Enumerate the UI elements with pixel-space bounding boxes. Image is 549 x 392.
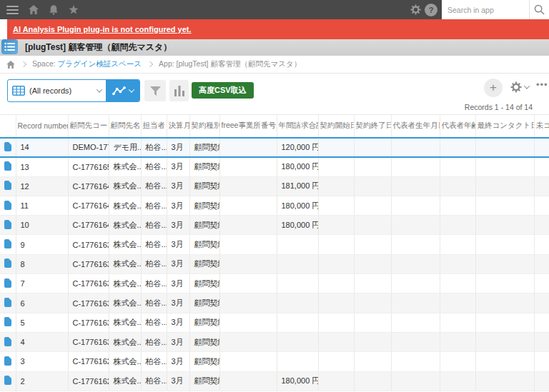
record-detail-icon[interactable] [0, 196, 16, 215]
cell: 株式会... [109, 352, 141, 371]
cell [219, 157, 277, 176]
table-row[interactable]: 8C-17761636...株式会...柏谷...3月顧問契約 [0, 254, 549, 273]
filter-button[interactable] [144, 80, 166, 101]
cell [219, 254, 277, 273]
cell [475, 371, 534, 391]
chart-button[interactable] [169, 80, 189, 101]
cell [354, 216, 391, 235]
cell [318, 332, 354, 351]
cell [318, 274, 354, 293]
record-detail-icon[interactable] [0, 332, 16, 351]
cell [391, 332, 440, 351]
table-row[interactable]: 11C-17761647...株式会...柏谷...3月顧問契約180,000 … [0, 196, 549, 215]
cell: 181,000 円 [277, 176, 318, 196]
record-detail-icon[interactable] [0, 352, 16, 371]
column-header[interactable]: 代表者年齢 [440, 115, 475, 138]
record-detail-icon[interactable] [0, 313, 16, 332]
cell [219, 332, 277, 351]
cell [219, 274, 277, 293]
record-detail-icon[interactable] [0, 157, 16, 176]
cell: 8 [16, 254, 68, 273]
record-detail-icon[interactable] [0, 216, 16, 235]
cell [534, 293, 549, 313]
table-row[interactable]: 12C-17761649...株式会...柏谷...3月顧問契約181,000 … [0, 176, 549, 196]
app-icon[interactable] [1, 39, 18, 54]
cell: C-17761622... [68, 352, 109, 371]
column-header[interactable]: 最終コンタクト日 [475, 115, 534, 138]
cell [277, 274, 318, 293]
table-row[interactable]: 10C-17761642...株式会...柏谷...3月顧問契約180,000 … [0, 216, 549, 235]
record-list-table: Record number顧問先コード顧問先名担当者決算月契約種別freee事業… [0, 114, 549, 392]
cell: C-17761633... [68, 313, 109, 332]
column-header[interactable]: 顧問先コード [68, 115, 109, 138]
record-detail-icon[interactable] [0, 138, 16, 157]
cell: 顧問契約 [189, 176, 219, 196]
cell [318, 235, 354, 254]
cell: 顧問契約 [189, 138, 219, 157]
table-row[interactable]: 2C-17761622...株式会...柏谷...3月顧問契約180,000 円 [0, 371, 549, 391]
record-detail-icon[interactable] [0, 274, 16, 293]
table-row[interactable]: 4C-17761633...株式会...柏谷...3月顧問契約 [0, 332, 549, 351]
record-detail-icon[interactable] [0, 176, 16, 196]
more-options-button[interactable]: ••• [536, 79, 549, 90]
cell [277, 313, 318, 332]
add-record-button[interactable]: + [484, 79, 503, 97]
cell [277, 352, 318, 371]
column-header[interactable]: 担当者 [141, 115, 167, 138]
table-row[interactable]: 5C-17761633...株式会...柏谷...3月顧問契約 [0, 313, 549, 332]
favorites-star-icon[interactable] [64, 0, 83, 19]
column-header[interactable]: 年間請求合計 [277, 115, 318, 138]
cell: C-17761633... [68, 332, 109, 351]
table-row[interactable]: 9C-17761638...株式会...柏谷...3月顧問契約 [0, 235, 549, 254]
plugin-error-link[interactable]: AI Analysis Plugin plug-in is not config… [7, 25, 192, 34]
search-icon[interactable] [529, 0, 549, 19]
app-title: [plugTest] 顧客管理（顧問先マスタ） [25, 41, 172, 54]
column-header[interactable]: 代表者生年月日 [391, 115, 440, 138]
column-header[interactable]: 決算月 [167, 115, 189, 138]
graph-view-button[interactable] [106, 80, 139, 101]
column-header[interactable]: Record number [16, 115, 68, 138]
cell [440, 371, 475, 391]
cell: 柏谷... [141, 313, 167, 332]
column-header[interactable]: 契約開始日 [318, 115, 354, 138]
cell: 5 [16, 313, 68, 332]
breadcrumb-space-link[interactable]: プラグイン検証スペース [58, 59, 142, 68]
cell: 顧問契約 [189, 235, 219, 254]
table-row[interactable]: 14DEMO-1776...デモ用...柏谷...3月顧問契約120,000 円 [0, 138, 549, 157]
cell [354, 196, 391, 215]
help-icon[interactable]: ? [425, 4, 437, 16]
settings-gear-icon[interactable] [407, 0, 423, 19]
notifications-bell-icon[interactable] [44, 0, 63, 19]
column-header[interactable]: freee事業所番号 [219, 115, 277, 138]
record-file-icon [4, 201, 11, 210]
view-selector-dropdown[interactable]: (All records) [8, 80, 106, 101]
cell [475, 216, 534, 235]
hamburger-menu-icon[interactable] [0, 0, 24, 19]
column-header[interactable]: 契約種別 [189, 115, 219, 138]
advanced-csv-import-button[interactable]: 高度CSV取込 [192, 82, 254, 99]
cell: 柏谷... [141, 235, 167, 254]
column-header[interactable]: 未コン [534, 115, 549, 138]
cell: 柏谷... [141, 293, 167, 313]
record-detail-icon[interactable] [0, 254, 16, 273]
table-row[interactable]: 7C-17761635...株式会...柏谷...3月顧問契約 [0, 274, 549, 293]
table-row[interactable]: 13C-17761658...株式会...柏谷...3月顧問契約180,000 … [0, 157, 549, 176]
cell: 顧問契約 [189, 216, 219, 235]
breadcrumb-home-icon[interactable] [6, 61, 15, 69]
app-settings-button[interactable] [510, 81, 529, 93]
view-selector-value: (All records) [29, 86, 97, 95]
record-detail-icon[interactable] [0, 371, 16, 391]
table-row[interactable]: 6C-17761634...株式会...柏谷...3月顧問契約 [0, 293, 549, 313]
cell: C-17761658... [68, 157, 109, 176]
record-detail-icon[interactable] [0, 235, 16, 254]
search-input[interactable] [442, 0, 529, 19]
record-detail-icon[interactable] [0, 293, 16, 313]
cell: 3月 [167, 352, 189, 371]
home-icon[interactable] [24, 0, 43, 19]
cell [354, 235, 391, 254]
cell [277, 293, 318, 313]
column-header[interactable]: 顧問先名 [109, 115, 141, 138]
table-row[interactable]: 3C-17761622...株式会...柏谷...3月顧問契約 [0, 352, 549, 371]
column-header[interactable]: 契約終了日 [354, 115, 391, 138]
global-topbar: ? [0, 0, 549, 19]
